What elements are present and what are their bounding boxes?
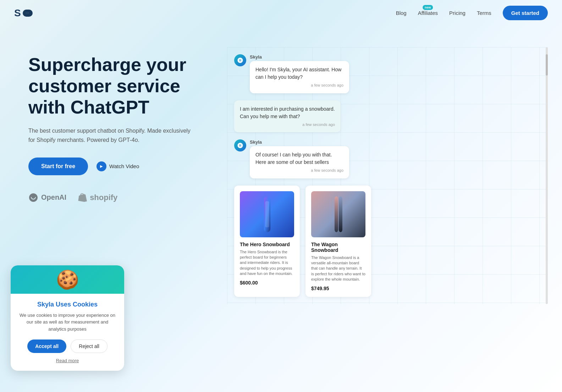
- nav-blog[interactable]: Blog: [396, 10, 407, 16]
- chat-time-user: a few seconds ago: [240, 122, 335, 128]
- chat-bubble-wrap-2: Skyla Of course! I can help you with tha…: [250, 139, 349, 178]
- hero-right: Skyla Hello! I'm Skyla, your AI assistan…: [227, 47, 548, 304]
- bot-avatar-2: [234, 139, 246, 151]
- chat-time-1: a few seconds ago: [255, 82, 343, 88]
- product-price-wagon: $749.95: [311, 286, 365, 291]
- bot-name-1: Skyla: [250, 54, 349, 60]
- reject-all-button[interactable]: Reject all: [71, 339, 108, 353]
- cookie-banner-top: 🍪: [11, 265, 124, 294]
- hero-left: Supercharge your customer service with C…: [28, 47, 213, 203]
- svg-rect-1: [265, 201, 269, 227]
- cookie-buttons: Accept all Reject all: [19, 339, 116, 353]
- affiliates-new-badge: new: [423, 5, 433, 10]
- chat-bubble-2: Of course! I can help you with that. Her…: [250, 146, 349, 178]
- hero-title: Supercharge your customer service with C…: [28, 54, 213, 118]
- cookie-banner: 🍪 Skyla Uses Cookies We use cookies to i…: [11, 265, 124, 371]
- bot-avatar-1: [234, 54, 246, 66]
- chat-container: Skyla Hello! I'm Skyla, your AI assistan…: [227, 47, 548, 304]
- product-name-wagon: The Wagon Snowboard: [311, 242, 365, 253]
- hero-actions: Start for free ▶ Watch Video: [28, 158, 213, 175]
- openai-logo: OpenAI: [28, 193, 66, 203]
- accept-all-button[interactable]: Accept all: [27, 339, 66, 353]
- openai-icon: [28, 193, 38, 203]
- nav-pricing[interactable]: Pricing: [449, 10, 465, 16]
- nav-links: Blog new Affiliates Pricing Terms Get st…: [396, 6, 548, 20]
- svg-rect-3: [338, 196, 342, 232]
- product-desc-wagon: The Wagon Snowboard is a versatile all-m…: [311, 255, 365, 282]
- chat-message-1: Skyla Hello! I'm Skyla, your AI assistan…: [234, 54, 541, 93]
- logo-letter: S: [14, 7, 21, 19]
- hero-snowboard-image: [257, 195, 278, 234]
- shopify-icon: [78, 192, 87, 203]
- product-price-hero: $600.00: [240, 280, 294, 286]
- read-more-button[interactable]: Read more: [56, 358, 79, 363]
- start-free-button[interactable]: Start for free: [28, 158, 88, 175]
- watch-video-label: Watch Video: [109, 163, 139, 169]
- chat-bubble-1: Hello! I'm Skyla, your AI assistant. How…: [250, 61, 349, 93]
- product-name-hero: The Hero Snowboard: [240, 242, 294, 247]
- shopify-logo: shopify: [78, 192, 117, 203]
- product-card-hero[interactable]: The Hero Snowboard The Hero Snowboard is…: [234, 186, 300, 297]
- cookie-text: We use cookies to improve your experienc…: [19, 312, 116, 333]
- product-card-wagon[interactable]: The Wagon Snowboard The Wagon Snowboard …: [305, 186, 371, 297]
- bot-icon-2: [237, 142, 243, 149]
- nav-terms[interactable]: Terms: [477, 10, 491, 16]
- nav-affiliates[interactable]: new Affiliates: [418, 10, 438, 16]
- partner-logos: OpenAI shopify: [28, 192, 213, 203]
- get-started-button[interactable]: Get started: [503, 6, 548, 20]
- product-desc-hero: The Hero Snowboard is the perfect board …: [240, 249, 294, 277]
- bot-name-2: Skyla: [250, 139, 349, 145]
- chat-message-user: I am interested in purchasing a snowboar…: [234, 100, 541, 133]
- scrollbar-thumb[interactable]: [546, 54, 548, 76]
- product-cards: The Hero Snowboard The Hero Snowboard is…: [234, 186, 541, 297]
- svg-rect-2: [335, 196, 338, 232]
- shopify-text: shopify: [90, 193, 117, 202]
- logo-bubble-icon: [23, 10, 33, 17]
- scrollbar[interactable]: [546, 47, 548, 304]
- openai-text: OpenAI: [41, 193, 66, 201]
- chat-bubble-wrap-1: Skyla Hello! I'm Skyla, your AI assistan…: [250, 54, 349, 93]
- chat-bubble-user: I am interested in purchasing a snowboar…: [234, 100, 341, 133]
- wagon-snowboard-image: [328, 195, 349, 234]
- cookie-banner-body: Skyla Uses Cookies We use cookies to imp…: [11, 294, 124, 371]
- product-image-hero: [240, 191, 294, 237]
- chat-bubble-wrap-user: I am interested in purchasing a snowboar…: [234, 100, 541, 133]
- bot-icon-1: [237, 57, 243, 64]
- cookie-title: Skyla Uses Cookies: [19, 301, 116, 308]
- watch-video-button[interactable]: ▶ Watch Video: [97, 161, 139, 171]
- cookie-emoji-icon: 🍪: [56, 270, 79, 289]
- play-icon: ▶: [97, 161, 106, 171]
- chat-time-2: a few seconds ago: [255, 167, 343, 173]
- product-image-wagon: [311, 191, 365, 237]
- logo[interactable]: S: [14, 7, 33, 19]
- hero-subtitle: The best customer support chatbot on Sho…: [28, 126, 192, 144]
- chat-message-2: Skyla Of course! I can help you with tha…: [234, 139, 541, 178]
- navigation: S Blog new Affiliates Pricing Terms Get …: [0, 0, 562, 26]
